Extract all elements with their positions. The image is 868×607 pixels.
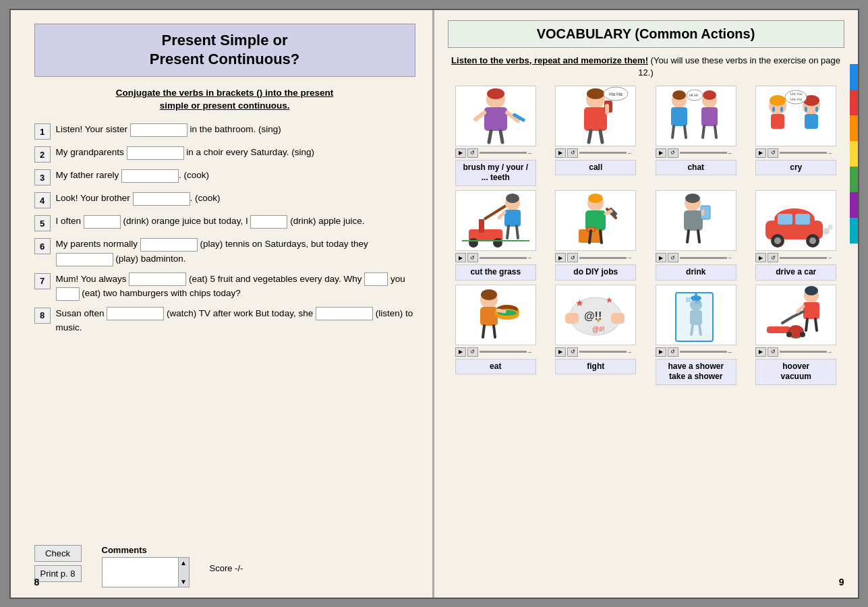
replay-call[interactable]: ↺ [567, 148, 578, 158]
svg-text:|||: ||| [686, 296, 690, 302]
svg-rect-97 [565, 313, 579, 324]
play-call[interactable]: ▶ [555, 148, 566, 158]
play-hoover[interactable]: ▶ [755, 347, 766, 357]
ex-text-1: Listen! Your sister in the bathroom. (si… [56, 122, 415, 137]
svg-point-1 [487, 88, 504, 99]
svg-rect-98 [611, 313, 625, 324]
svg-point-23 [703, 90, 716, 100]
svg-line-115 [806, 319, 807, 330]
svg-point-55 [588, 194, 603, 203]
blank-5-2[interactable] [250, 215, 287, 229]
replay-cutgrass[interactable]: ↺ [467, 253, 478, 262]
check-button[interactable]: Check [34, 545, 82, 562]
svg-point-37 [815, 107, 818, 112]
exercise-6: 6 My parents normally (play) tennis on S… [34, 237, 415, 266]
svg-line-13 [589, 131, 591, 142]
right-tab-2 [850, 90, 858, 115]
replay-cry[interactable]: ↺ [768, 148, 778, 158]
svg-rect-110 [803, 302, 819, 319]
svg-line-25 [703, 126, 704, 138]
vocab-label-call: call [555, 160, 636, 176]
vocab-item-fight: ★ ★ ✦ @!! @#! ▶ ↺ – [548, 285, 643, 385]
svg-line-6 [500, 131, 502, 142]
svg-rect-101 [690, 310, 702, 325]
page-number-right: 9 [839, 577, 844, 587]
play-diy[interactable]: ▶ [555, 253, 566, 262]
right-tab-4 [850, 141, 858, 167]
blank-2-1[interactable] [127, 146, 184, 160]
vocab-img-hoover [755, 285, 836, 345]
blank-8-1[interactable] [107, 307, 164, 320]
svg-line-51 [507, 226, 509, 238]
exercise-list: 1 Listen! Your sister in the bathroom. (… [34, 122, 415, 335]
vocab-img-cutgrass [455, 190, 536, 251]
exercise-3: 3 My father rarely . (cook) [34, 168, 415, 185]
blank-3-1[interactable] [121, 169, 179, 183]
exercise-4: 4 Look! Your brother . (cook) [34, 191, 415, 208]
replay-eat[interactable]: ↺ [467, 347, 478, 357]
svg-point-76 [774, 237, 781, 244]
svg-rect-2 [484, 107, 507, 131]
svg-line-90 [494, 326, 495, 337]
bar-call [579, 152, 627, 154]
blank-8-2[interactable] [316, 307, 373, 320]
play-fight[interactable]: ▶ [555, 347, 566, 357]
comments-scrollbar[interactable]: ▲ ▼ [178, 558, 189, 587]
play-cry[interactable]: ▶ [755, 148, 766, 158]
svg-point-18 [672, 90, 686, 100]
svg-text:|||: ||| [695, 297, 699, 304]
play-eat[interactable]: ▶ [455, 347, 466, 357]
replay-drink[interactable]: ↺ [668, 253, 678, 262]
ex-num-6: 6 [34, 238, 51, 254]
vocab-instruction-bold: Listen to the verbs, repeat and memorize… [451, 55, 648, 65]
play-chat[interactable]: ▶ [656, 148, 666, 158]
vocab-img-drivecar [755, 190, 836, 251]
svg-point-48 [506, 194, 519, 203]
blank-7-2[interactable] [364, 272, 388, 286]
svg-line-88 [498, 310, 504, 312]
blank-7-3[interactable] [56, 287, 80, 301]
replay-fight[interactable]: ↺ [567, 347, 578, 357]
svg-text:Ha Ha: Ha Ha [790, 97, 803, 101]
blank-6-2[interactable] [56, 253, 113, 266]
comments-area: Comments ▲ ▼ [102, 545, 190, 587]
play-brush[interactable]: ▶ [455, 148, 466, 158]
svg-line-70 [698, 231, 699, 242]
comments-textbox[interactable]: ▲ ▼ [102, 557, 190, 587]
replay-chat[interactable]: ↺ [668, 148, 678, 158]
blank-1-1[interactable] [130, 123, 187, 137]
print-button[interactable]: Print p. 8 [34, 565, 82, 582]
right-tab-7 [850, 218, 858, 243]
right-tab-3 [850, 115, 858, 141]
svg-point-30 [770, 95, 786, 106]
svg-line-20 [672, 126, 674, 138]
ex-text-7: Mum! You always (eat) 5 fruit and vegeta… [56, 272, 415, 301]
bar-shower [680, 351, 727, 353]
svg-line-103 [699, 325, 701, 335]
svg-point-80 [828, 225, 833, 230]
blank-6-1[interactable] [140, 238, 198, 252]
play-cutgrass[interactable]: ▶ [455, 253, 466, 262]
bar-hoover [780, 351, 827, 353]
scroll-up[interactable]: ▲ [179, 558, 189, 568]
replay-brush[interactable]: ↺ [467, 148, 478, 158]
scroll-down[interactable]: ▼ [179, 577, 189, 587]
play-shower[interactable]: ▶ [656, 347, 666, 357]
replay-drivecar[interactable]: ↺ [768, 253, 778, 262]
svg-point-78 [809, 237, 816, 244]
play-drink[interactable]: ▶ [656, 253, 666, 262]
ex-num-7: 7 [34, 273, 51, 289]
blank-5-1[interactable] [84, 215, 121, 229]
audio-drink: ▶ ↺ – [656, 253, 736, 262]
play-drivecar[interactable]: ▶ [755, 253, 766, 262]
blank-7-1[interactable] [129, 272, 186, 286]
replay-shower[interactable]: ↺ [668, 347, 678, 357]
vocab-img-call: Ha Ha [555, 86, 636, 146]
vocab-label-drivecar: drive a car [755, 264, 836, 281]
audio-shower: ▶ ↺ – [656, 347, 736, 357]
replay-hoover[interactable]: ↺ [768, 347, 778, 357]
page-number-left: 8 [34, 577, 40, 587]
exercise-7: 7 Mum! You always (eat) 5 fruit and vege… [34, 272, 415, 301]
replay-diy[interactable]: ↺ [567, 253, 578, 262]
blank-4-1[interactable] [133, 192, 190, 206]
